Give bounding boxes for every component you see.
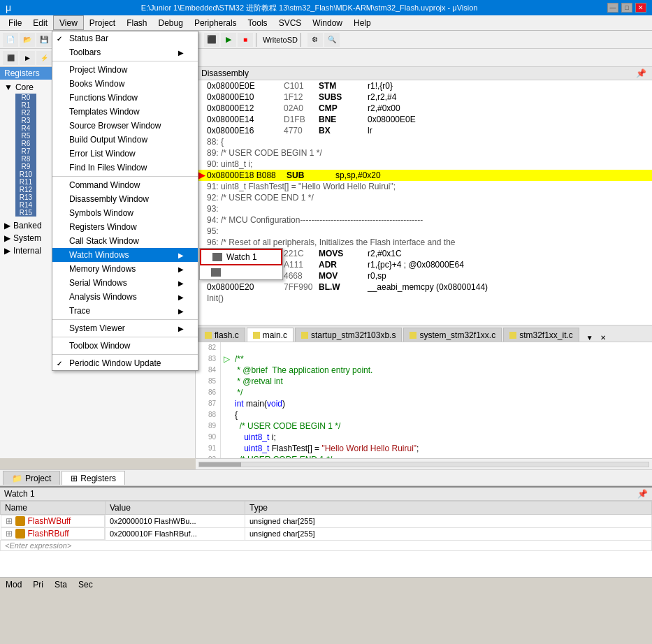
view-periodic-update[interactable]: ✓ Periodic Window Update: [52, 356, 198, 370]
maximize-button[interactable]: □: [621, 3, 632, 13]
tb2-2[interactable]: ▶: [20, 51, 35, 65]
sep-3: [52, 337, 198, 337]
status-pri: Pri: [33, 580, 43, 590]
menu-view[interactable]: View: [53, 15, 84, 30]
watch-row-1[interactable]: ⊞ FlashWBuff 0x20000010 FlashWBu... unsi…: [1, 515, 652, 528]
tb-extra1[interactable]: ⚙: [307, 33, 323, 47]
dis-row-3: 0x08000E12 02A0 CMP r2,#0x00: [196, 103, 652, 114]
view-watch-windows[interactable]: Watch Windows ▶ Watch 1 Watch 2: [52, 248, 198, 262]
scrollbar-track[interactable]: [198, 462, 649, 467]
dis-line-94: 94: /* MCU Configuration----------------…: [196, 214, 652, 226]
view-analysis-windows[interactable]: Analysis Windows ▶: [52, 290, 198, 304]
menu-window[interactable]: Window: [307, 15, 348, 30]
titlebar: μ E:\Junior 1\Embedded\STM32 进阶教程 13\stm…: [0, 0, 652, 15]
tb-new[interactable]: 📄: [3, 33, 18, 47]
line-85: 85 * @retval int: [196, 376, 652, 387]
menu-svcs[interactable]: SVCS: [273, 15, 307, 30]
tb2-3[interactable]: ⚡: [36, 51, 52, 65]
watch-type-1: unsigned char[255]: [245, 515, 652, 528]
tb-debug-stop[interactable]: ■: [238, 33, 253, 47]
menu-peripherals[interactable]: Peripherals: [189, 15, 242, 30]
tab-system-label: system_stm32f1xx.c: [419, 330, 495, 340]
watch-row-2[interactable]: ⊞ FlashRBuff 0x2000010F FlashRBuf... uns…: [1, 527, 652, 541]
tab-flash-c[interactable]: flash.c: [198, 328, 245, 342]
tab-flash-c-label: flash.c: [215, 330, 239, 340]
tab-close-btn[interactable]: ✕: [597, 334, 609, 342]
menu-help[interactable]: Help: [348, 15, 377, 30]
view-source-browser[interactable]: Source Browser Window: [52, 119, 198, 133]
tb-open[interactable]: 📂: [20, 33, 35, 47]
view-error-list[interactable]: Error List Window: [52, 147, 198, 161]
line-84: 84 * @brief The application entry point.: [196, 365, 652, 376]
watch-type-2: unsigned char[255]: [245, 527, 652, 541]
view-serial-windows[interactable]: Serial Windows ▶: [52, 276, 198, 290]
col-type: Type: [245, 502, 652, 515]
view-disassembly-window[interactable]: Disassembly Window: [52, 192, 198, 206]
menu-file[interactable]: File: [3, 15, 27, 30]
main-c-icon: [253, 332, 260, 339]
menu-project[interactable]: Project: [84, 15, 121, 30]
tab-system[interactable]: system_stm32f1xx.c: [403, 328, 502, 342]
watch2-icon: [211, 268, 221, 277]
menu-flash[interactable]: Flash: [121, 15, 152, 30]
dis-row-4: 0x08000E14 D1FB BNE 0x08000E0E: [196, 114, 652, 125]
tab-it[interactable]: stm32f1xx_it.c: [503, 328, 579, 342]
disassembly-pin-icon: 📌: [636, 68, 646, 78]
watch-name-2: ⊞ FlashRBuff: [1, 527, 106, 540]
view-build-output[interactable]: Build Output Window: [52, 133, 198, 147]
system-icon: [410, 332, 416, 339]
submenu-watch1[interactable]: Watch 1: [200, 249, 282, 265]
minimize-button[interactable]: —: [607, 3, 618, 13]
view-system-viewer[interactable]: System Viewer ▶: [52, 321, 198, 335]
expand-icon-1[interactable]: ⊞: [6, 516, 13, 526]
tab-main-c[interactable]: main.c: [247, 328, 294, 342]
view-command-window[interactable]: Command Window: [52, 178, 198, 192]
view-trace[interactable]: Trace ▶: [52, 304, 198, 318]
project-icon: 📁: [12, 474, 22, 483]
tab-startup[interactable]: startup_stm32f103xb.s: [295, 328, 402, 342]
view-find-in-files[interactable]: Find In Files Window: [52, 161, 198, 175]
tb-debug-run[interactable]: ▶: [221, 33, 236, 47]
menubar: File Edit View Project Flash Debug Perip…: [0, 15, 652, 31]
tab-it-label: stm32f1xx_it.c: [519, 330, 573, 340]
view-registers-window[interactable]: Registers Window: [52, 220, 198, 234]
expand-icon-2[interactable]: ⊞: [6, 529, 13, 539]
scrollbar-thumb[interactable]: [199, 462, 241, 467]
tb-extra2[interactable]: 🔍: [324, 33, 340, 47]
view-call-stack[interactable]: Call Stack Window: [52, 234, 198, 248]
watch-row-expr[interactable]: <Enter expression>: [1, 541, 652, 551]
watch-value-2: 0x2000010F FlashRBuf...: [106, 527, 245, 541]
view-project-window[interactable]: Project Window: [52, 63, 198, 77]
submenu-watch2[interactable]: Watch 2: [200, 265, 282, 279]
menu-tools[interactable]: Tools: [242, 15, 273, 30]
view-templates-window[interactable]: Templates Window: [52, 105, 198, 119]
close-button[interactable]: ✕: [635, 3, 646, 13]
tab-registers[interactable]: ⊞ Registers: [61, 471, 125, 485]
disassembly-content[interactable]: 0x08000E0E C101 STM r1!,{r0} 0x08000E10 …: [196, 80, 652, 325]
dis-row-2: 0x08000E10 1F12 SUBS r2,r2,#4: [196, 92, 652, 103]
view-toolbars[interactable]: Toolbars ▶: [52, 45, 198, 59]
code-editor[interactable]: 82 83 ▷ /** 84 * @brief The application …: [196, 342, 652, 458]
view-symbols-window[interactable]: Symbols Window: [52, 206, 198, 220]
view-functions-window[interactable]: Functions Window: [52, 91, 198, 105]
tb2-1[interactable]: ⬛: [3, 51, 18, 65]
tab-dropdown-btn[interactable]: ▼: [584, 334, 596, 342]
tab-registers-label: Registers: [80, 474, 116, 483]
code-scrollbar[interactable]: [196, 458, 652, 469]
view-toolbox-window[interactable]: Toolbox Window: [52, 339, 198, 353]
tb-save[interactable]: 💾: [36, 33, 52, 47]
tab-project[interactable]: 📁 Project: [3, 471, 60, 485]
watch-expr-cell[interactable]: <Enter expression>: [1, 541, 652, 551]
view-status-bar[interactable]: ✓ Status Bar: [52, 31, 198, 45]
dis-line-90: 90: uint8_t i;: [196, 159, 652, 170]
menu-debug[interactable]: Debug: [153, 15, 189, 30]
dis-row-20: 0x08000E20 7FF990 BL.W __aeabi_memcpy (0…: [196, 281, 652, 293]
menu-edit[interactable]: Edit: [27, 15, 53, 30]
disassembly-title: Disassembly: [201, 68, 249, 78]
view-memory-windows[interactable]: Memory Windows ▶: [52, 262, 198, 276]
view-menu-dropdown: ✓ Status Bar Toolbars ▶ Project Window B…: [52, 31, 198, 371]
it-icon: [509, 332, 516, 339]
view-books-window[interactable]: Books Window: [52, 77, 198, 91]
dis-line-init: Init(): [196, 293, 652, 304]
tb-debug-start[interactable]: ⬛: [204, 33, 219, 47]
